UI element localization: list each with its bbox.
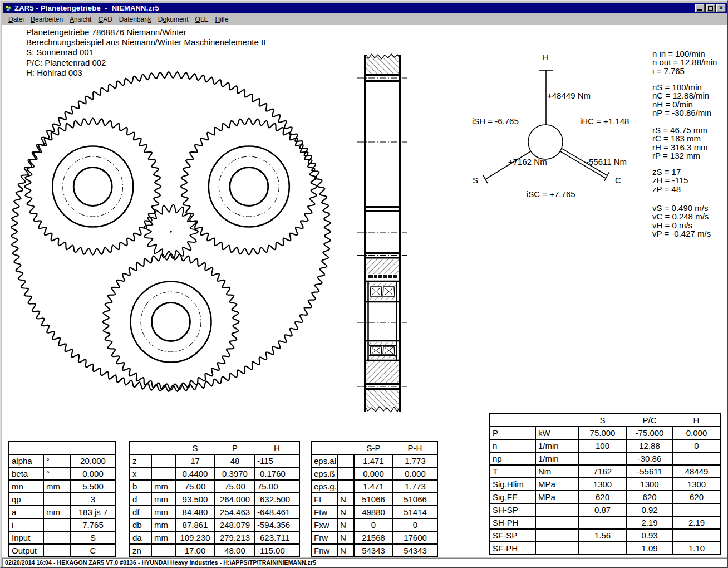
table-row: FtN5106651066	[311, 493, 437, 506]
column-header	[70, 442, 116, 454]
header-cell	[535, 414, 579, 427]
result-line: vS = 0.490 m/s	[652, 204, 711, 212]
value-cell: 0	[393, 518, 437, 531]
column-header: P/C	[626, 414, 673, 427]
row-unit	[43, 493, 70, 506]
table-row: dmm93.500264.000-632.500	[130, 493, 299, 506]
row-label: Input	[9, 531, 43, 544]
result-line: zH = -115	[652, 176, 688, 184]
row-label: mn	[9, 480, 43, 493]
row-label: eps.al.	[311, 454, 337, 467]
value-cell: 1.471	[354, 454, 393, 467]
row-unit	[43, 518, 70, 531]
value-cell: 0.3970	[215, 467, 255, 480]
value-cell: 75.000	[579, 427, 626, 439]
value-cell: 87.861	[175, 518, 215, 531]
value-cell: 1300	[673, 478, 720, 491]
results-group: vS = 0.490 m/svC = 0.248 m/svH = 0 m/svP…	[652, 204, 711, 238]
table-row: np1/min-30.86	[490, 452, 720, 465]
menubar: DateiBearbeitenAnsichtCADDatenbankDokume…	[3, 14, 727, 24]
menu-hilfe[interactable]: Hilfe	[212, 15, 232, 24]
menu-cad[interactable]: CAD	[95, 15, 115, 24]
value-cell: 0.000	[354, 467, 393, 480]
result-line: zP = 48	[652, 185, 688, 193]
value-cell: 620	[673, 491, 720, 503]
results-group: rS = 46.75 mmrC = 183 mmrH = 316.3 mmrP …	[652, 126, 708, 160]
menu-ansicht[interactable]: Ansicht	[66, 15, 95, 24]
maximize-icon	[708, 6, 713, 11]
menu-ole[interactable]: OLE	[192, 15, 212, 24]
menu-bearbeiten[interactable]: Bearbeiten	[27, 15, 66, 24]
result-line: nH = 0/min	[652, 100, 711, 109]
value-cell: 248.079	[215, 518, 255, 531]
row-label: x	[130, 467, 151, 480]
value-cell: -632.500	[255, 493, 299, 506]
table-row: PkW75.000-75.0000.000	[490, 427, 720, 439]
table-row: eps.al.1.4711.773	[311, 454, 437, 467]
menu-datei[interactable]: Datei	[5, 15, 27, 24]
row-unit: mm	[151, 531, 175, 544]
value-cell	[673, 452, 720, 465]
row-label: db	[130, 518, 151, 531]
value-cell: 1.773	[393, 454, 437, 467]
row-label: np	[490, 452, 535, 465]
titlebar[interactable]: ZAR5 - Planetengetriebe - NIEMANN.zr5 ×	[3, 3, 727, 13]
result-line: n out = 12.88/min	[652, 58, 717, 66]
status-bar: 02/20/2014 16:04 - HEXAGON ZAR5 V7.0 #01…	[2, 558, 728, 567]
row-label: n	[490, 439, 535, 452]
maximize-button[interactable]	[706, 4, 715, 12]
header-cell	[337, 442, 354, 454]
value-cell: -115.00	[255, 544, 299, 557]
column-header: P-H	[393, 442, 437, 454]
results-group: n in = 100/minn out = 12.88/mini = 7.765	[652, 50, 717, 75]
row-label: SF-PH	[490, 542, 535, 555]
row-label: P	[490, 427, 535, 439]
value-cell	[673, 529, 720, 542]
header-cell	[311, 442, 337, 454]
table-row: SH-SP0.870.92	[490, 503, 720, 516]
row-unit: 1/min	[535, 452, 579, 465]
value-cell: -648.461	[255, 506, 299, 518]
window-title: ZAR5 - Planetengetriebe - NIEMANN.zr5	[14, 4, 695, 12]
row-label: beta	[9, 467, 43, 480]
value-cell: 620	[579, 491, 626, 503]
menu-datenbank[interactable]: Datenbank	[116, 15, 155, 24]
value-cell: 1.56	[579, 529, 626, 542]
row-label: SH-PH	[490, 516, 535, 529]
header-line: H: Hohlrad 003	[26, 68, 265, 78]
app-window: ZAR5 - Planetengetriebe - NIEMANN.zr5 × …	[0, 0, 728, 568]
table-row: SF-SP1.560.93	[490, 529, 720, 542]
row-label: i	[9, 518, 43, 531]
value-cell: 0.4400	[175, 467, 215, 480]
diagram-label-ratio-sc: iSC = +7.765	[527, 189, 575, 199]
performance-table: SP/CHPkW75.000-75.0000.000n1/min10012.88…	[489, 413, 721, 555]
value-cell: 279.213	[215, 531, 255, 544]
value-cell: 5.500	[70, 480, 116, 493]
diagram-label-node-h: H	[542, 52, 548, 62]
value-cell: 51414	[393, 506, 437, 518]
minimize-button[interactable]	[695, 4, 705, 12]
row-unit	[535, 503, 579, 516]
column-header: P	[215, 442, 255, 454]
close-button[interactable]: ×	[716, 4, 726, 12]
table-row: FrwN2156817600	[311, 531, 437, 544]
row-unit	[151, 544, 175, 557]
value-cell: 109.230	[175, 531, 215, 544]
table-row: FnwN5434354343	[311, 544, 437, 557]
table-header-row	[9, 442, 116, 454]
value-cell: 17	[175, 454, 215, 467]
row-label: Fnw	[311, 544, 337, 557]
diagram-label-torque-h: +48449 Nm	[547, 91, 591, 100]
table-row: alpha°20.000	[9, 454, 116, 467]
table-row: beta°0.000	[9, 467, 116, 480]
minimize-icon	[697, 9, 702, 11]
row-unit	[151, 454, 175, 467]
value-cell: 48	[215, 454, 255, 467]
diagram-label-ratio-hc: iHC = +1.148	[580, 116, 629, 126]
parameters-table: alpha°20.000beta°0.000mnmm5.500qp3amm183…	[8, 441, 116, 557]
diagram-label-ratio-sh: iSH = -6.765	[472, 116, 519, 126]
value-cell: 0.000	[70, 467, 116, 480]
menu-dokument[interactable]: Dokument	[155, 15, 192, 24]
table-row: amm183 js 7	[9, 506, 116, 518]
row-label: da	[130, 531, 151, 544]
